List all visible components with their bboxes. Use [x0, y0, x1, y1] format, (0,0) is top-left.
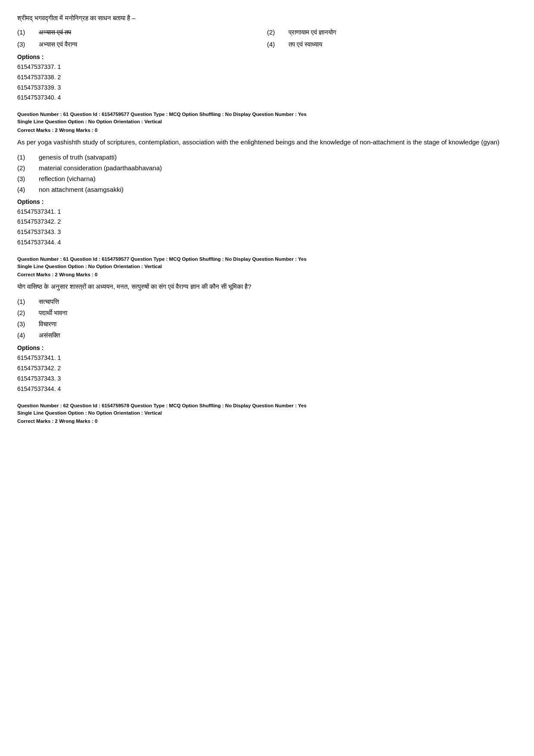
option-61a-1: (1) genesis of truth (satvapatti) — [17, 152, 517, 162]
option-code: 61547537341. 1 — [17, 353, 517, 363]
option-code: 61547537343. 3 — [17, 227, 517, 237]
option-number: (3) — [17, 175, 30, 182]
option-61a-2: (2) material consideration (padarthaabha… — [17, 162, 517, 173]
option-number: (4) — [17, 186, 30, 193]
question-60-options-grid: (1) अभ्यास एवं तप (2) प्राणायाम एवं ज्ञा… — [17, 28, 517, 49]
option-codes-61b: 61547537341. 1 61547537342. 2 6154753734… — [17, 353, 517, 394]
option-text: reflection (vicharna) — [39, 175, 96, 182]
marks-61a: Correct Marks : 2 Wrong Marks : 0 — [17, 128, 517, 133]
option-61b-3: (3) विचारणा — [17, 319, 517, 330]
option-60-2: (2) प्राणायाम एवं ज्ञानयोग — [267, 28, 517, 37]
option-61a-3: (3) reflection (vicharna) — [17, 173, 517, 184]
option-60-1: (1) अभ्यास एवं तप — [17, 28, 267, 37]
option-text: असंसक्ति — [39, 331, 60, 339]
option-number: (2) — [267, 28, 280, 36]
option-text: विचारणा — [39, 320, 56, 328]
meta-line2: Single Line Question Option : No Option … — [17, 409, 517, 417]
meta-line1: Question Number : 62 Question Id : 61547… — [17, 402, 517, 409]
option-code: 61547537344. 4 — [17, 384, 517, 394]
option-text: अभ्यास एवं तप — [39, 28, 71, 36]
option-61a-4: (4) non attachment (asamgsakki) — [17, 184, 517, 195]
option-61b-2: (2) पदार्थी भावना — [17, 307, 517, 319]
option-60-3: (3) अभ्यास एवं वैराग्य — [17, 40, 267, 49]
option-text: तप एवं स्वाध्याय — [289, 41, 322, 48]
option-text: सत्चापत्ति — [39, 298, 59, 306]
option-code: 61547537337. 1 — [17, 62, 517, 72]
option-text: अभ्यास एवं वैराग्य — [39, 41, 77, 48]
option-code: 61547537342. 2 — [17, 217, 517, 227]
options-label-61b: Options : — [17, 344, 517, 351]
option-code: 61547537341. 1 — [17, 207, 517, 217]
meta-61a: Question Number : 61 Question Id : 61547… — [17, 111, 517, 126]
options-label-60: Options : — [17, 53, 517, 60]
meta-62: Question Number : 62 Question Id : 61547… — [17, 402, 517, 417]
question-60-text: श्रीमद् भगवद्गीता में मनोनिग्रह का साधन … — [17, 13, 517, 23]
meta-line2: Single Line Question Option : No Option … — [17, 263, 517, 270]
question-61a-options: (1) genesis of truth (satvapatti) (2) ma… — [17, 152, 517, 195]
question-61a-text: As per yoga vashishth study of scripture… — [17, 137, 517, 147]
option-text: प्राणायाम एवं ज्ञानयोग — [289, 28, 336, 36]
option-code: 61547537340. 4 — [17, 93, 517, 103]
option-number: (4) — [17, 331, 30, 339]
option-61b-4: (4) असंसक्ति — [17, 330, 517, 341]
options-label-61a: Options : — [17, 198, 517, 205]
option-text: genesis of truth (satvapatti) — [39, 153, 117, 161]
meta-line1: Question Number : 61 Question Id : 61547… — [17, 256, 517, 263]
option-code: 61547537338. 2 — [17, 72, 517, 83]
option-number: (2) — [17, 164, 30, 172]
question-61a-block: As per yoga vashishth study of scripture… — [17, 137, 517, 248]
option-code: 61547537343. 3 — [17, 374, 517, 384]
meta-61b: Question Number : 61 Question Id : 61547… — [17, 256, 517, 271]
option-codes-61a: 61547537341. 1 61547537342. 2 6154753734… — [17, 207, 517, 248]
option-number: (1) — [17, 28, 30, 36]
option-60-4: (4) तप एवं स्वाध्याय — [267, 40, 517, 49]
option-number: (2) — [17, 309, 30, 316]
option-text: non attachment (asamgsakki) — [39, 186, 124, 193]
option-codes-60: 61547537337. 1 61547537338. 2 6154753733… — [17, 62, 517, 103]
question-61b-block: योग वासिष्ठ के अनुसार शास्त्रों का अध्यय… — [17, 281, 517, 394]
option-code: 61547537339. 3 — [17, 83, 517, 93]
question-61b-text: योग वासिष्ठ के अनुसार शास्त्रों का अध्यय… — [17, 281, 517, 292]
option-number: (3) — [17, 41, 30, 48]
option-61b-1: (1) सत्चापत्ति — [17, 296, 517, 307]
option-code: 61547537344. 4 — [17, 237, 517, 248]
meta-line2: Single Line Question Option : No Option … — [17, 118, 517, 125]
marks-62: Correct Marks : 2 Wrong Marks : 0 — [17, 419, 517, 424]
option-number: (3) — [17, 320, 30, 328]
option-number: (1) — [17, 153, 30, 161]
option-number: (4) — [267, 41, 280, 48]
question-60-block: श्रीमद् भगवद्गीता में मनोनिग्रह का साधन … — [17, 13, 517, 103]
meta-line1: Question Number : 61 Question Id : 61547… — [17, 111, 517, 118]
marks-61b: Correct Marks : 2 Wrong Marks : 0 — [17, 272, 517, 277]
option-text: material consideration (padarthaabhavana… — [39, 164, 162, 172]
option-text: पदार्थी भावना — [39, 309, 67, 317]
option-code: 61547537342. 2 — [17, 363, 517, 374]
option-number: (1) — [17, 298, 30, 305]
question-61b-options: (1) सत्चापत्ति (2) पदार्थी भावना (3) विच… — [17, 296, 517, 341]
